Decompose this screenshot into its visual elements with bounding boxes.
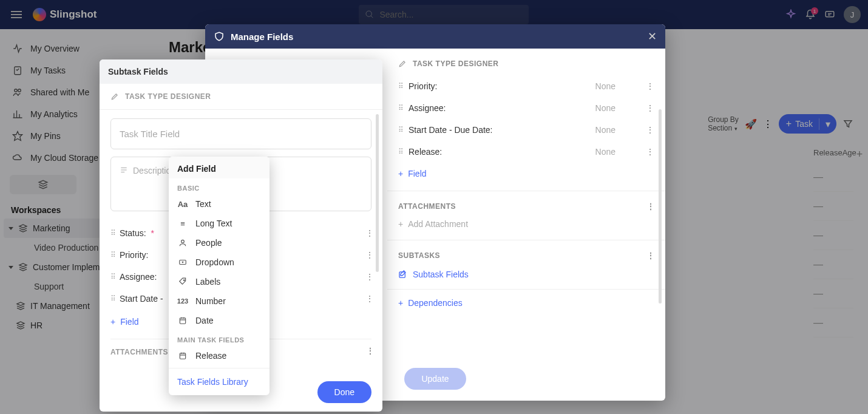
field-menu-icon[interactable]: ⋮ [646,103,654,113]
field-assignee[interactable]: ⠿Assignee:None⋮ [387,97,665,119]
add-attachment[interactable]: +Add Attachment [387,214,665,234]
attachments-label: ATTACHMENTS [398,202,456,211]
add-field-link[interactable]: +Field [387,163,665,185]
plus-icon: + [398,219,403,229]
subtask-modal-title: Subtask Fields [100,59,382,84]
designer-label: TASK TYPE DESIGNER [413,59,498,68]
subtasks-label: SUBTASKS [398,251,440,260]
task-fields-library-link[interactable]: Task Fields Library [169,371,270,393]
field-type-longtext[interactable]: ≡Long Text [169,214,270,233]
field-menu-icon[interactable]: ⋮ [365,228,374,238]
grip-icon[interactable]: ⠿ [398,126,402,134]
field-priority[interactable]: ⠿Priority:None⋮ [387,75,665,97]
update-button[interactable]: Update [404,368,466,390]
designer-label: TASK TYPE DESIGNER [125,92,211,101]
field-type-dropdown[interactable]: Dropdown [169,253,270,272]
lines-icon [120,166,128,174]
grip-icon[interactable]: ⠿ [110,251,115,259]
grip-icon[interactable]: ⠿ [110,229,115,237]
grip-icon[interactable]: ⠿ [110,294,115,303]
field-type-labels[interactable]: Labels [169,272,270,291]
field-menu-icon[interactable]: ⋮ [365,272,374,282]
done-button[interactable]: Done [317,381,371,403]
edit-icon [398,270,408,279]
plus-icon: + [110,317,115,327]
person-icon [177,239,188,247]
popover-section-basic: BASIC [169,178,270,194]
text-icon: Aa [177,200,188,209]
field-type-release[interactable]: Release [169,346,270,365]
calendar-icon [177,351,188,360]
field-menu-icon[interactable]: ⋮ [646,81,654,91]
grip-icon[interactable]: ⠿ [398,82,402,90]
svg-point-8 [183,280,185,281]
svg-point-6 [181,240,185,243]
field-dates[interactable]: ⠿Start Date - Due Date:None⋮ [387,119,665,141]
task-title-field[interactable]: Task Title Field [110,118,371,149]
field-menu-icon[interactable]: ⋮ [365,294,374,304]
popover-title: Add Field [169,157,270,178]
scrollbar[interactable] [376,114,379,272]
field-menu-icon[interactable]: ⋮ [646,147,654,157]
field-type-people[interactable]: People [169,233,270,253]
section-menu-icon[interactable]: ⋮ [367,347,375,355]
field-type-text[interactable]: AaText [169,194,270,214]
scrollbar[interactable] [659,109,662,304]
pencil-icon [398,59,407,68]
dropdown-icon [177,258,188,266]
svg-rect-10 [180,353,185,359]
number-icon: 123 [177,297,188,305]
section-menu-icon[interactable]: ⋮ [647,202,655,211]
grip-icon[interactable]: ⠿ [110,273,115,281]
attachments-label: ATTACHMENTS [110,348,168,356]
field-menu-icon[interactable]: ⋮ [365,250,374,260]
shield-icon [214,31,225,42]
lines-icon: ≡ [177,219,188,228]
section-menu-icon[interactable]: ⋮ [647,251,655,260]
field-type-number[interactable]: 123Number [169,291,270,311]
plus-icon: + [398,298,403,308]
subtask-fields-link[interactable]: Subtask Fields [387,263,665,285]
popover-section-main: MAIN TASK FIELDS [169,330,270,346]
calendar-icon [177,316,188,325]
plus-icon: + [398,169,403,178]
grip-icon[interactable]: ⠿ [398,104,402,112]
add-field-popover: Add Field BASIC AaText ≡Long Text People… [169,157,270,395]
tag-icon [177,277,188,286]
field-release[interactable]: ⠿Release:None⋮ [387,141,665,163]
field-menu-icon[interactable]: ⋮ [646,125,654,135]
close-icon[interactable]: ✕ [648,30,657,43]
dependencies-link[interactable]: +Dependencies [387,289,665,316]
field-type-date[interactable]: Date [169,311,270,330]
pencil-icon [110,92,119,101]
svg-rect-9 [180,318,185,324]
grip-icon[interactable]: ⠿ [398,148,402,156]
modal-title: Manage Fields [231,32,293,42]
